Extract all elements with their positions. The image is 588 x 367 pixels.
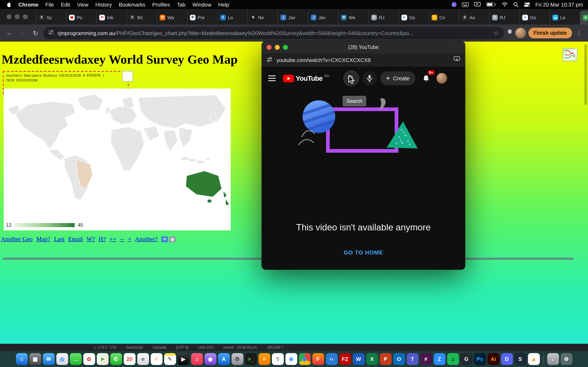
dock-icon[interactable]: ¶ xyxy=(272,353,284,365)
dock-icon[interactable]: P xyxy=(380,353,391,365)
reload-button[interactable]: ↻ xyxy=(30,29,41,37)
browser-tab[interactable]: J Jav × xyxy=(278,11,308,25)
forward-button[interactable]: → xyxy=(17,29,28,37)
menubar-menu-item[interactable]: Window xyxy=(192,1,212,8)
address-bar[interactable]: rjmprogramming.com.au/PHP/GeoChart/geo_c… xyxy=(43,27,504,39)
menubar-menu-item[interactable]: Help xyxy=(218,1,229,8)
page-link[interactable]: -- xyxy=(120,236,124,243)
site-settings-icon[interactable] xyxy=(267,57,272,63)
minimize-window-button[interactable] xyxy=(275,45,280,50)
apple-logo-icon[interactable] xyxy=(7,1,11,8)
dock-icon[interactable]: D xyxy=(501,353,513,365)
page-link[interactable]: Last xyxy=(54,236,65,243)
page-link[interactable]: W? xyxy=(86,236,95,243)
screen-mirroring-icon[interactable] xyxy=(474,2,481,7)
menubar-menu-item[interactable]: File xyxy=(45,1,54,8)
youtube-logo[interactable]: YouTube AU xyxy=(283,75,329,82)
browser-tab[interactable]: ☁ La × xyxy=(550,11,580,25)
microphone-icon[interactable] xyxy=(362,71,377,86)
geo-chart-map[interactable]: 12 45 xyxy=(4,89,231,230)
dock-icon[interactable]: ✎ xyxy=(164,353,176,365)
vertical-scrollbar[interactable] xyxy=(584,44,587,105)
browser-tab[interactable]: M Inb × xyxy=(96,11,127,25)
menubar-menu-item[interactable]: History xyxy=(95,1,112,8)
youtube-urlbar[interactable]: youtube.com/watch?v=CXCXCXCXCX8 xyxy=(262,53,465,67)
dock-icon[interactable]: ✿ xyxy=(83,353,95,365)
close-window-button[interactable] xyxy=(7,14,11,19)
dock-icon[interactable]: T xyxy=(406,353,418,365)
keyboard-icon[interactable] xyxy=(462,2,469,7)
dock-icon[interactable]: O xyxy=(393,353,405,365)
dock-icon[interactable]: ↓ xyxy=(547,353,559,365)
dock-icon[interactable]: ▲ xyxy=(528,353,540,365)
dock-icon[interactable]: A xyxy=(218,353,230,365)
dock-icon[interactable]: S xyxy=(514,353,526,365)
screen-recorder-icon[interactable] xyxy=(452,2,457,7)
browser-tab[interactable]: ▦ Po × xyxy=(66,11,96,25)
spotlight-search-icon[interactable] xyxy=(513,2,519,7)
dock-icon[interactable]: Ps xyxy=(474,353,486,365)
dock-icon[interactable]: >_ xyxy=(245,353,257,365)
browser-tab[interactable]: W Wa × xyxy=(157,11,187,25)
menubar-app-name[interactable]: Chrome xyxy=(18,1,38,8)
dock-icon[interactable]: ✆ xyxy=(110,353,122,365)
dock-icon[interactable]: 20 xyxy=(123,353,135,365)
dock-icon[interactable]: ➤ xyxy=(96,353,108,365)
zoom-window-button[interactable] xyxy=(23,14,28,19)
page-link[interactable]: Map? xyxy=(36,236,50,243)
small-text-input[interactable] xyxy=(122,71,133,82)
dock-icon[interactable]: ♫ xyxy=(447,353,459,365)
hamburger-menu-icon[interactable] xyxy=(268,75,276,81)
menubar-menu-item[interactable]: View xyxy=(77,1,88,8)
dock-icon[interactable]: ✉ xyxy=(43,353,54,365)
bookmark-star-icon[interactable]: ☆ xyxy=(493,29,499,37)
close-window-button[interactable] xyxy=(267,45,272,50)
browser-tab[interactable]: R RJ × xyxy=(489,11,519,25)
menubar-clock[interactable]: Fri 20 Mar 10:37 pm xyxy=(535,1,583,8)
browser-tab[interactable]: ◆ × xyxy=(580,11,588,25)
open-in-browser-icon[interactable] xyxy=(454,56,460,64)
dock-icon[interactable]: Z xyxy=(433,353,445,365)
page-link[interactable]: Another Geo xyxy=(1,236,33,243)
chrome-menu-icon[interactable]: ⋮ xyxy=(575,29,584,37)
battery-icon[interactable] xyxy=(486,2,496,7)
profile-avatar[interactable] xyxy=(515,28,526,38)
browser-tab[interactable]: S Bri × xyxy=(127,11,157,25)
browser-tab[interactable]: N Ne × xyxy=(247,11,278,25)
finish-update-button[interactable]: Finish update xyxy=(528,28,572,38)
dock-icon[interactable]: = xyxy=(258,353,270,365)
dock-icon[interactable]: G xyxy=(460,353,472,365)
browser-tab[interactable]: R RJ × xyxy=(368,11,398,25)
page-link[interactable]: Email xyxy=(68,236,83,243)
create-button[interactable]: + Create xyxy=(380,71,415,85)
menubar-menu-item[interactable]: Profiles xyxy=(152,1,170,8)
dock-icon[interactable]: # xyxy=(420,353,432,365)
dock-icon[interactable]: ♫ xyxy=(191,353,203,365)
dock-icon[interactable]: ☺ xyxy=(16,353,27,365)
dock-icon[interactable]: F xyxy=(312,353,324,365)
minimize-window-button[interactable] xyxy=(15,14,20,19)
browser-tab[interactable]: S Au × xyxy=(459,11,489,25)
page-link[interactable]: H? xyxy=(99,236,106,243)
notifications-bell-icon[interactable]: 9+ xyxy=(419,71,433,86)
wifi-icon[interactable] xyxy=(502,2,508,7)
dock-icon[interactable]: FZ xyxy=(339,353,351,365)
dock-icon[interactable]: ◉ xyxy=(204,353,216,365)
page-link[interactable]: Another? xyxy=(135,236,158,243)
dock-icon[interactable]: ▦ xyxy=(29,353,41,365)
browser-tab[interactable]: S Sy × xyxy=(36,11,66,25)
dock-icon[interactable]: ‹› xyxy=(326,353,337,365)
dock-icon[interactable]: … xyxy=(70,353,81,365)
dock-icon[interactable]: ⊕ xyxy=(285,353,297,365)
control-center-icon[interactable] xyxy=(524,2,530,7)
page-link[interactable]: + xyxy=(128,236,131,243)
page-link[interactable]: ++ xyxy=(109,236,116,243)
dock-icon[interactable]: Ai xyxy=(487,353,499,365)
browser-tab[interactable]: S Lo × xyxy=(217,11,247,25)
dock-icon[interactable]: ⚙ xyxy=(231,353,243,365)
browser-tab[interactable]: G Go × xyxy=(398,11,429,25)
dock-icon[interactable]: ☻ xyxy=(137,353,149,365)
dock-icon[interactable]: ♻ xyxy=(561,353,572,365)
dock-icon[interactable]: ✓ xyxy=(150,353,162,365)
menubar-menu-item[interactable]: Edit xyxy=(61,1,70,8)
